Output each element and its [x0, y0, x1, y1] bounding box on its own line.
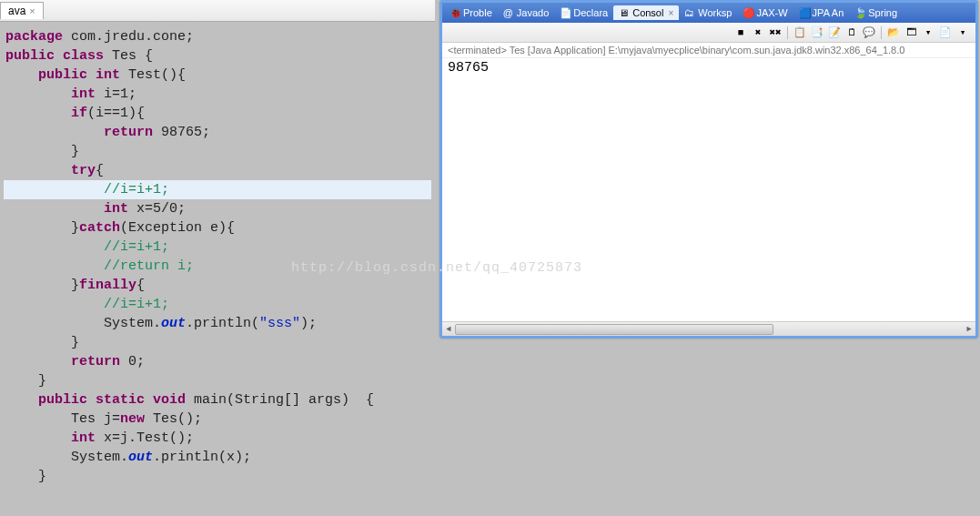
jpa an-icon: 🟦	[799, 7, 810, 18]
view-tab-worksp[interactable]: 🗂Worksp	[679, 5, 737, 20]
code-line[interactable]: }	[4, 371, 431, 390]
code-line[interactable]: int x=j.Test();	[4, 429, 431, 448]
code-line[interactable]: }	[4, 467, 431, 486]
code-line[interactable]: System.out.println(x);	[4, 448, 431, 467]
code-line[interactable]: try{	[4, 161, 431, 180]
editor-tab-label: ava	[8, 5, 25, 17]
terminated-status: <terminated> Tes [Java Application] E:\m…	[442, 43, 975, 58]
code-line[interactable]: System.out.println("sss");	[4, 314, 431, 333]
toolbar-button[interactable]: 📄	[938, 25, 953, 40]
view-tab-label: Declara	[573, 7, 608, 18]
code-line[interactable]: return 0;	[4, 352, 431, 371]
code-editor-pane: ava × package com.jredu.cone;public clas…	[0, 0, 435, 516]
console-toolbar: ■✖✖✖📋📑📝🗒💬📂🗔▾📄▾	[442, 23, 975, 43]
view-tab-label: JPA An	[813, 7, 844, 18]
view-tab-jax-w[interactable]: 🔴JAX-W	[737, 5, 793, 20]
scroll-left-icon[interactable]: ◄	[442, 322, 455, 337]
output-text: 98765	[448, 60, 489, 76]
toolbar-button[interactable]: ✖✖	[768, 25, 783, 40]
code-line[interactable]: //return i;	[4, 257, 431, 276]
toolbar-button[interactable]: 📑	[810, 25, 824, 40]
toolbar-button[interactable]: 🗔	[904, 25, 918, 40]
code-line[interactable]: int i=1;	[4, 85, 431, 104]
view-tab-consol[interactable]: 🖥Consol×	[613, 5, 679, 20]
proble-icon: 🐞	[450, 7, 460, 18]
toolbar-button[interactable]: 📝	[827, 25, 842, 40]
toolbar-button[interactable]: ▾	[955, 25, 970, 40]
scroll-thumb[interactable]	[455, 324, 773, 335]
code-line[interactable]: //i=i+1;	[4, 238, 431, 257]
console-panel: 🐞Proble@Javado📄Declara🖥Consol×🗂Worksp🔴JA…	[439, 0, 978, 339]
view-tab-label: Javado	[517, 7, 549, 18]
scroll-right-icon[interactable]: ►	[963, 322, 975, 337]
view-tab-proble[interactable]: 🐞Proble	[444, 5, 498, 20]
code-line[interactable]: }	[4, 333, 431, 352]
toolbar-button[interactable]: 💬	[862, 25, 876, 40]
view-tab-label: Consol	[632, 7, 663, 18]
toolbar-button[interactable]: 🗒	[844, 25, 859, 40]
code-line[interactable]: public static void main(String[] args) {	[4, 390, 431, 410]
jax-w-icon: 🔴	[743, 7, 753, 18]
code-line[interactable]: int x=5/0;	[4, 199, 431, 218]
code-line[interactable]: Tes j=new Tes();	[4, 410, 431, 429]
spring-icon: 🍃	[854, 7, 865, 18]
code-line[interactable]: package com.jredu.cone;	[4, 27, 431, 46]
code-line[interactable]: public class Tes {	[4, 46, 431, 66]
view-tab-javado[interactable]: @Javado	[498, 5, 554, 20]
view-tab-label: Worksp	[698, 7, 732, 18]
view-tab-label: Proble	[463, 7, 492, 18]
declara-icon: 📄	[560, 7, 571, 18]
editor-tab[interactable]: ava ×	[0, 2, 44, 19]
code-line[interactable]: }catch(Exception e){	[4, 218, 431, 238]
toolbar-button[interactable]: ✖	[751, 25, 765, 40]
code-line[interactable]: //i=i+1;	[4, 180, 431, 199]
editor-tab-bar: ava ×	[0, 0, 435, 22]
toolbar-button[interactable]: 📋	[793, 25, 807, 40]
toolbar-button[interactable]: 📂	[886, 25, 901, 40]
worksp-icon: 🗂	[684, 7, 695, 18]
view-tab-spring[interactable]: 🍃Spring	[849, 5, 903, 20]
code-line[interactable]: }	[4, 142, 431, 161]
consol-icon: 🖥	[619, 7, 630, 18]
code-line[interactable]: return 98765;	[4, 123, 431, 142]
code-line[interactable]: }finally{	[4, 276, 431, 295]
close-icon[interactable]: ×	[29, 5, 35, 16]
code-line[interactable]: if(i==1){	[4, 104, 431, 123]
toolbar-button[interactable]: ▾	[921, 25, 935, 40]
view-tab-label: Spring	[868, 7, 897, 18]
view-tab-declara[interactable]: 📄Declara	[554, 5, 613, 20]
view-tab-bar: 🐞Proble@Javado📄Declara🖥Consol×🗂Worksp🔴JA…	[442, 3, 975, 23]
view-tab-jpa an[interactable]: 🟦JPA An	[793, 5, 850, 20]
console-output[interactable]: 98765	[442, 58, 975, 321]
javado-icon: @	[503, 7, 514, 18]
toolbar-separator	[787, 26, 788, 39]
code-line[interactable]: //i=i+1;	[4, 295, 431, 314]
toolbar-button[interactable]: ■	[733, 25, 748, 40]
toolbar-separator	[881, 26, 882, 39]
code-area[interactable]: package com.jredu.cone;public class Tes …	[0, 22, 435, 491]
horizontal-scrollbar[interactable]: ◄ ►	[442, 321, 975, 336]
close-icon[interactable]: ×	[668, 8, 673, 18]
code-line[interactable]: public int Test(){	[4, 66, 431, 85]
view-tab-label: JAX-W	[756, 7, 787, 18]
